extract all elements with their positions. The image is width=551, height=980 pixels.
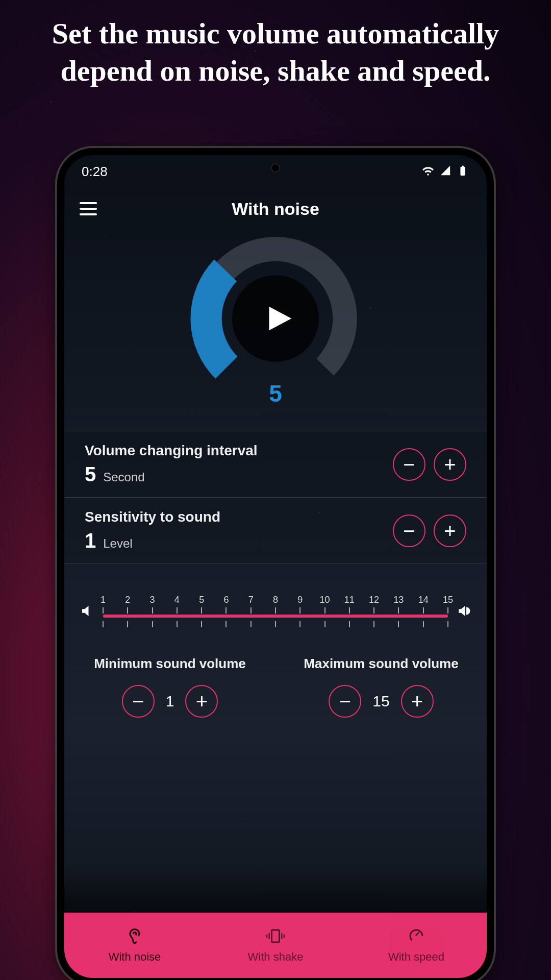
bottom-nav: With noise With shake With speed bbox=[64, 913, 487, 978]
page-title: With noise bbox=[232, 199, 319, 219]
tab-with-speed[interactable]: With speed bbox=[346, 913, 487, 978]
vibrate-icon bbox=[266, 927, 285, 947]
dial-value: 5 bbox=[269, 380, 282, 407]
min-volume-value: 1 bbox=[166, 693, 174, 710]
sensitivity-minus-button[interactable]: − bbox=[393, 514, 425, 547]
min-volume-label: Minimum sound volume bbox=[74, 655, 265, 673]
battery-icon bbox=[456, 164, 469, 180]
setting-interval-label: Volume changing interval bbox=[85, 443, 393, 459]
play-button[interactable] bbox=[232, 275, 319, 362]
range-slider[interactable]: 123456789101112131415 bbox=[103, 597, 448, 627]
sensitivity-plus-button[interactable]: + bbox=[434, 514, 466, 547]
status-bar: 0:28 bbox=[64, 160, 487, 183]
speaker-low-icon bbox=[80, 603, 95, 621]
setting-sensitivity-value: 1 bbox=[85, 529, 96, 552]
minmax-controls: Minimum sound volume − 1 + Maximum sound… bbox=[64, 650, 487, 723]
volume-range: 123456789101112131415 bbox=[80, 594, 471, 630]
app-bar: With noise bbox=[64, 191, 487, 227]
tab-with-noise[interactable]: With noise bbox=[64, 913, 205, 978]
max-volume-value: 15 bbox=[372, 693, 389, 710]
speaker-high-icon bbox=[456, 603, 471, 621]
tab-label: With noise bbox=[109, 950, 161, 964]
max-volume-control: Maximum sound volume − 15 + bbox=[276, 650, 487, 723]
wifi-icon bbox=[421, 164, 435, 180]
phone-frame: 0:28 With noise bbox=[57, 148, 494, 980]
speedometer-icon bbox=[407, 927, 425, 947]
max-plus-button[interactable]: + bbox=[401, 685, 434, 718]
tab-label: With speed bbox=[388, 950, 444, 964]
phone-screen: 0:28 With noise bbox=[64, 155, 487, 978]
max-minus-button[interactable]: − bbox=[329, 685, 361, 718]
cell-signal-icon bbox=[439, 164, 452, 180]
min-volume-control: Minimum sound volume − 1 + bbox=[64, 650, 276, 723]
min-plus-button[interactable]: + bbox=[185, 685, 218, 718]
status-time: 0:28 bbox=[82, 164, 108, 180]
volume-dial: 5 bbox=[189, 232, 362, 405]
setting-sensitivity-label: Sensitivity to sound bbox=[85, 509, 393, 525]
tab-with-shake[interactable]: With shake bbox=[205, 913, 346, 978]
setting-sensitivity-unit: Level bbox=[103, 536, 132, 551]
promo-headline: Set the music volume automatically depen… bbox=[20, 15, 531, 89]
settings-list: Volume changing interval 5 Second − + Se… bbox=[64, 431, 487, 564]
min-minus-button[interactable]: − bbox=[122, 685, 155, 718]
max-volume-label: Maximum sound volume bbox=[286, 655, 477, 673]
tab-label: With shake bbox=[248, 950, 304, 964]
play-icon bbox=[260, 301, 296, 336]
menu-button[interactable] bbox=[80, 199, 100, 219]
setting-interval-unit: Second bbox=[103, 470, 144, 484]
setting-interval: Volume changing interval 5 Second − + bbox=[64, 431, 487, 497]
screen-background-trees bbox=[64, 784, 487, 917]
ear-icon bbox=[126, 927, 144, 947]
setting-sensitivity: Sensitivity to sound 1 Level − + bbox=[64, 497, 487, 564]
interval-plus-button[interactable]: + bbox=[434, 448, 466, 481]
setting-interval-value: 5 bbox=[85, 463, 96, 486]
interval-minus-button[interactable]: − bbox=[393, 448, 425, 481]
